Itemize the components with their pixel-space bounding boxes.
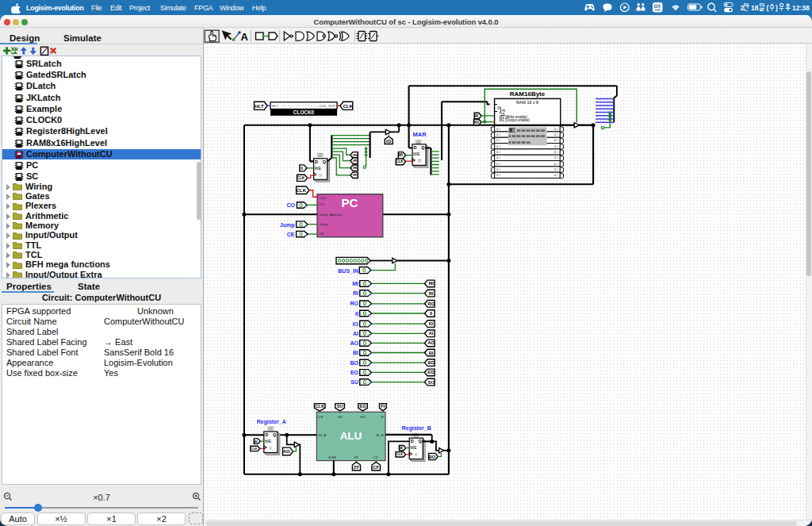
svg-text:CLK: CLK [320, 196, 327, 200]
svg-text:BI: BI [400, 446, 403, 450]
svg-text:AI: AI [353, 331, 358, 336]
svg-text:CLOCK0: CLOCK0 [293, 109, 315, 115]
svg-text:6 00 00 00 00: 6 00 00 00 00 [509, 140, 530, 144]
svg-text:A 1: A 1 [554, 174, 558, 177]
svg-text:BI: BI [353, 350, 358, 355]
svg-text:A 2: A 2 [496, 163, 500, 166]
svg-text:D: D [414, 145, 417, 150]
svg-text:00: 00 [512, 129, 517, 132]
svg-text:00: 00 [269, 427, 274, 431]
svg-text:MI: MI [428, 281, 434, 286]
svg-text:A 1: A 1 [554, 145, 558, 148]
svg-text:CLK: CLK [396, 452, 403, 456]
svg-text:A 2: A 2 [496, 174, 500, 177]
svg-text:M1 [Output enable]: M1 [Output enable] [500, 118, 530, 122]
svg-text:CO: CO [320, 202, 325, 206]
svg-text:SU: SU [338, 415, 343, 419]
svg-text:CLK: CLK [396, 159, 404, 163]
svg-text:IR5: IR5 [353, 159, 358, 163]
svg-text:EO: EO [428, 370, 435, 374]
svg-text:EO: EO [361, 415, 366, 419]
svg-text:CF: CF [373, 465, 379, 470]
svg-text:IN_A: IN_A [319, 433, 327, 437]
svg-text:ALU: ALU [340, 430, 362, 442]
svg-text:A 1: A 1 [554, 151, 558, 154]
svg-text:CLK: CLK [251, 447, 257, 451]
svg-text:PC: PC [342, 196, 358, 209]
svg-text:HLT: HLT [255, 104, 264, 109]
svg-text:00: 00 [416, 140, 421, 144]
svg-text:00: 00 [318, 153, 323, 157]
svg-text:RO: RO [427, 301, 435, 306]
svg-text:0: 0 [497, 106, 500, 110]
svg-text:Q: Q [418, 439, 422, 443]
svg-text:RO: RO [350, 301, 359, 306]
svg-text:IO: IO [386, 139, 392, 144]
svg-text:IR6: IR6 [353, 166, 358, 170]
svg-text:A 2: A 2 [496, 145, 500, 148]
svg-text:CLK: CLK [297, 176, 305, 180]
svg-text:RI: RI [475, 114, 479, 118]
svg-text:6 00 00 00 00 00 00 00: 6 00 00 00 00 00 00 00 [509, 134, 546, 138]
svg-text:D: D [315, 159, 318, 164]
svg-text:CLK: CLK [343, 104, 353, 109]
svg-text:R: R [415, 452, 418, 457]
svg-text:EO: EO [360, 404, 367, 409]
svg-text:MI: MI [352, 281, 358, 286]
svg-text:IO: IO [429, 321, 435, 326]
svg-text:R: R [319, 173, 322, 178]
svg-text:SU: SU [350, 379, 358, 385]
svg-text:A 2: A 2 [496, 133, 500, 136]
svg-text:D: D [411, 439, 414, 443]
svg-text:A 1: A 1 [554, 128, 558, 131]
svg-text:D: D [265, 432, 268, 437]
svg-text:RO: RO [473, 121, 479, 125]
svg-text:CLK: CLK [316, 415, 324, 419]
svg-text:Q: Q [323, 159, 327, 164]
svg-text:WE: WE [413, 152, 420, 156]
svg-text:CLK: CLK [315, 404, 324, 409]
svg-text:A 2: A 2 [496, 139, 500, 142]
svg-text:BO: BO [427, 360, 435, 365]
svg-text:Jump_Address: Jump_Address [320, 213, 343, 217]
svg-text:IR4: IR4 [353, 153, 358, 157]
svg-text:EO: EO [350, 370, 359, 375]
svg-text:R: R [269, 446, 272, 451]
svg-text:R: R [419, 158, 422, 163]
svg-text:IN_B: IN_B [376, 433, 384, 437]
svg-text:IO: IO [353, 321, 359, 327]
svg-text:A: A [241, 31, 249, 43]
svg-text:A 2: A 2 [496, 151, 500, 154]
svg-text:Q: Q [421, 145, 425, 150]
svg-text:A 1: A 1 [554, 168, 558, 171]
svg-text:AI: AI [255, 440, 258, 443]
svg-text:IR7: IR7 [353, 173, 358, 177]
svg-text:Q: Q [273, 432, 277, 437]
svg-text:SUM: SUM [328, 455, 336, 459]
svg-text:AO: AO [283, 449, 290, 454]
svg-text:CLK: CLK [297, 188, 307, 193]
svg-text:SU: SU [337, 404, 343, 409]
svg-text:A 1: A 1 [554, 139, 558, 142]
svg-text:CE: CE [320, 232, 324, 236]
svg-text:AO: AO [350, 340, 359, 346]
svg-text:ZF: ZF [354, 465, 360, 470]
svg-text:A 2: A 2 [496, 168, 500, 171]
svg-text:RAM16Byte: RAM16Byte [510, 90, 546, 98]
svg-text:A 2: A 2 [496, 128, 500, 131]
svg-text:CE: CE [287, 232, 295, 237]
svg-text:(: ( [767, 4, 769, 12]
svg-text:00 00 00 00 00 00: 00 00 00 00 00 00 [517, 129, 546, 132]
svg-text:WE: WE [315, 166, 322, 171]
svg-text:12:38: 12:38 [792, 4, 810, 12]
svg-text:RAM 16 x 8: RAM 16 x 8 [516, 100, 538, 105]
svg-text:RI: RI [429, 291, 434, 296]
svg-text:FI: FI [381, 404, 385, 409]
svg-text:WE: WE [410, 445, 417, 450]
svg-text:Register_B: Register_B [402, 425, 431, 432]
svg-text:BO: BO [428, 455, 435, 459]
svg-text:Register_A: Register_A [257, 419, 286, 425]
svg-text:FI: FI [381, 415, 385, 419]
svg-text:MI: MI [399, 153, 404, 157]
svg-text:A 1: A 1 [554, 163, 558, 166]
